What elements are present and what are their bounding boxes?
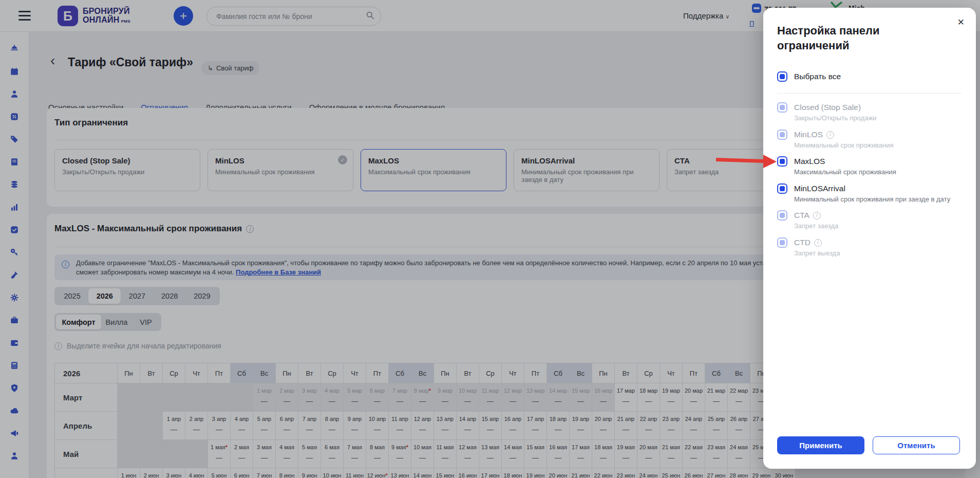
- option-subtitle: Закрыть/Открыть продажи: [794, 114, 876, 122]
- option-label: CTDi: [794, 237, 840, 248]
- option-subtitle: Запрет заезда: [794, 222, 838, 230]
- restrictions-settings-modal: Настройка панели ограничений ✕ Выбрать в…: [763, 8, 976, 469]
- close-icon[interactable]: ✕: [957, 17, 965, 28]
- restriction-option-minlosarrival: MinLOSArrivalМинимальный срок проживания…: [777, 183, 962, 203]
- checkbox-ctd[interactable]: [777, 237, 787, 248]
- select-all-row: Выбрать все: [777, 71, 841, 82]
- checkbox-cta[interactable]: [777, 210, 787, 220]
- checkbox-closed-stop-sale[interactable]: [777, 102, 787, 113]
- option-subtitle: Запрет выезда: [794, 249, 840, 257]
- select-all-label: Выбрать все: [794, 72, 841, 81]
- modal-title: Настройка панели ограничений: [777, 23, 906, 53]
- option-label: MinLOSArrival: [794, 183, 950, 194]
- option-label: CTAi: [794, 210, 838, 220]
- checkbox-minlosarrival[interactable]: [777, 183, 787, 194]
- info-icon[interactable]: i: [826, 131, 834, 139]
- restriction-option-ctd: CTDiЗапрет выезда: [777, 237, 962, 257]
- restriction-option-maxlos: MaxLOSМаксимальный срок проживания: [777, 156, 962, 176]
- option-subtitle: Минимальный срок проживания: [794, 141, 894, 149]
- cancel-button[interactable]: Отменить: [873, 436, 960, 454]
- select-all-checkbox[interactable]: [777, 71, 787, 82]
- option-subtitle: Максимальный срок проживания: [794, 168, 896, 176]
- option-subtitle: Минимальный срок проживания при заезде в…: [794, 195, 950, 203]
- divider: [777, 93, 962, 94]
- checkbox-minlos[interactable]: [777, 130, 787, 140]
- option-label: Closed (Stop Sale): [794, 102, 876, 113]
- restriction-option-cta: CTAiЗапрет заезда: [777, 210, 962, 230]
- info-icon[interactable]: i: [814, 239, 822, 247]
- restriction-option-closed-stop-sale: Closed (Stop Sale)Закрыть/Открыть продаж…: [777, 102, 962, 122]
- info-icon[interactable]: i: [813, 212, 821, 219]
- option-label: MaxLOS: [794, 156, 896, 167]
- option-label: MinLOSi: [794, 130, 894, 140]
- checkbox-maxlos[interactable]: [777, 156, 787, 167]
- restriction-option-minlos: MinLOSiМинимальный срок проживания: [777, 130, 962, 149]
- app-window: Б БРОНИРУЙ ОНЛАЙНPMS + Поддержка∨ 79 601…: [0, 0, 980, 478]
- apply-button[interactable]: Применить: [777, 436, 864, 454]
